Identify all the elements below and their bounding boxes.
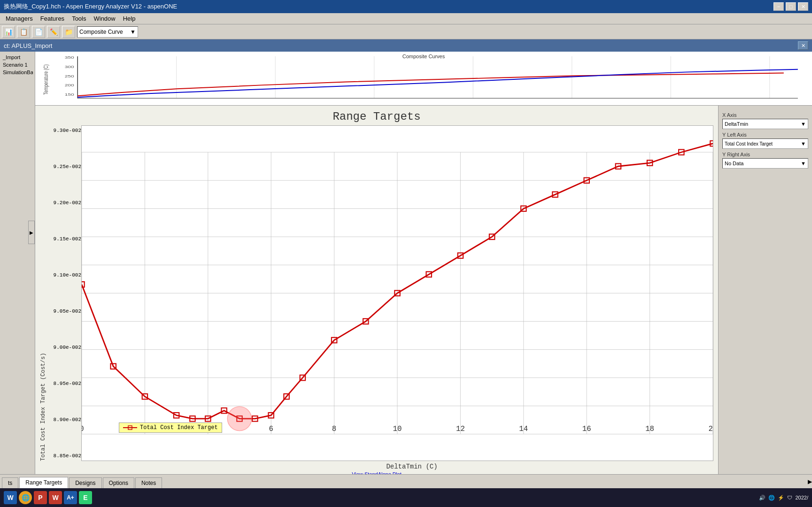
y-left-axis-panel-label: Y Left Axis [722,132,808,138]
y-tick-6: 9.00e-002 [48,345,81,350]
menu-window[interactable]: Window [90,14,119,23]
y-tick-5: 9.05e-002 [48,308,81,314]
y-tick-1: 9.25e-002 [48,164,81,169]
composite-chart-title: Composite Curves [402,54,445,59]
svg-point-63 [227,407,251,430]
project-close-button[interactable]: ✕ [798,41,808,50]
svg-text:250: 250 [65,74,74,78]
chart-area: Total Cost Index Target (Cost/s) 9.30e-0… [40,125,713,461]
svg-text:300: 300 [65,65,74,69]
tab-designs[interactable]: Designs [69,477,101,488]
window-title: 换热网络_Copy1.hch - Aspen Energy Analyzer V… [4,2,177,11]
y-right-axis-dropdown[interactable]: No Data ▼ [722,158,808,169]
view-standalone-link[interactable]: View StandAlone Plot [40,470,713,474]
taskbar-browser-icon[interactable]: 🌐 [19,491,32,504]
x-axis-dropdown[interactable]: DeltaTmin ▼ [722,119,808,129]
taskbar-word-icon[interactable]: W [4,491,17,504]
toolbar-btn-4[interactable]: ✏️ [47,26,60,38]
taskbar-system-icons: 🔊 [759,495,766,501]
view-dropdown-value: Composite Curve [79,29,123,35]
taskbar-time: 2022/ [795,495,808,500]
menu-managers[interactable]: Managers [2,14,37,23]
right-panel: X Axis DeltaTmin ▼ Y Left Axis Total Cos… [718,106,812,474]
legend-label: Total Cost Index Target [140,424,218,431]
svg-text:18: 18 [645,425,654,433]
y-tick-8: 8.90e-002 [48,417,81,422]
composite-chart-svg: Temperature (C) 350 300 250 200 150 [35,52,812,105]
dropdown-arrow-icon: ▼ [130,29,136,35]
main-area: _Import Scenario 1 SimulationBase( ▶ Com… [0,52,812,474]
svg-text:6: 6 [269,425,273,433]
x-axis-dropdown-value: DeltaTmin [725,121,748,127]
x-axis-panel-label: X Axis [722,112,808,118]
svg-text:12: 12 [456,425,465,433]
sidebar-item-import[interactable]: _Import [2,54,33,61]
y-tick-0: 9.30e-002 [48,128,81,133]
taskbar-battery-icon: ⚡ [778,495,784,501]
sidebar-item-simbase[interactable]: SimulationBase( [2,69,33,76]
tab-options[interactable]: Options [103,477,134,488]
y-tick-3: 9.15e-002 [48,236,81,242]
menu-bar: Managers Features Tools Window Help [0,13,812,24]
y-right-axis-dropdown-value: No Data [725,161,743,166]
y-tick-9: 8.85e-002 [48,453,81,459]
taskbar-word2-icon[interactable]: W [49,491,62,504]
tab-ts[interactable]: ts [2,477,18,488]
svg-text:14: 14 [519,425,528,433]
toolbar-btn-2[interactable]: 📋 [17,26,30,38]
window-controls: − □ ✕ [773,2,808,11]
y-tick-7: 8.95e-002 [48,381,81,386]
y-axis-label: Total Cost Index Target (Cost/s) [40,125,46,461]
composite-chart: Composite Curves Temperature (C) 350 300 [35,52,812,106]
chart-container: Range Targets Total Cost Index Target (C… [35,106,718,474]
y-left-axis-dropdown-value: Total Cost Index Target [725,141,773,146]
sidebar-item-scenario[interactable]: Scenario 1 [2,61,33,69]
taskbar-antivirus-icon: 🛡 [787,495,792,500]
x-axis-label: DeltaTmin (C) [110,463,713,470]
project-label: ct: APLUS_Import [4,42,52,49]
range-targets-svg: 0 2 4 6 8 10 12 14 16 18 20 [81,125,713,461]
y-tick-4: 9.10e-002 [48,272,81,278]
menu-features[interactable]: Features [37,14,68,23]
toolbar-btn-1[interactable]: 📊 [2,26,15,38]
svg-text:150: 150 [65,92,74,97]
tab-notes[interactable]: Notes [135,477,162,488]
tabs-scroll-right[interactable]: ▶ [808,478,812,485]
content-area: Composite Curves Temperature (C) 350 300 [35,52,812,474]
menu-tools[interactable]: Tools [68,14,90,23]
y-axis-ticks: 9.30e-002 9.25e-002 9.20e-002 9.15e-002 … [48,125,81,461]
svg-text:20: 20 [709,425,713,433]
svg-text:Temperature (C): Temperature (C) [42,64,49,95]
view-dropdown[interactable]: Composite Curve ▼ [77,26,138,38]
taskbar-aspen-icon[interactable]: A+ [64,491,77,504]
toolbar: 📊 📋 📄 ✏️ 📁 Composite Curve ▼ [0,24,812,39]
tabs-bar: ts Range Targets Designs Options Notes ▶ [0,474,812,488]
y-right-dropdown-arrow-icon: ▼ [801,161,806,166]
chart-title: Range Targets [40,110,713,123]
tab-range-targets[interactable]: Range Targets [19,477,68,488]
title-bar: 换热网络_Copy1.hch - Aspen Energy Analyzer V… [0,0,812,13]
sidebar: _Import Scenario 1 SimulationBase( ▶ [0,52,35,474]
taskbar: W 🌐 P W A+ E 🔊 🌐 ⚡ 🛡 2022/ [0,488,812,507]
svg-text:16: 16 [582,425,591,433]
svg-text:0: 0 [81,425,84,433]
legend-icon [123,424,137,431]
taskbar-ppt-icon[interactable]: P [34,491,47,504]
minimize-button[interactable]: − [773,2,784,11]
taskbar-excel-icon[interactable]: E [79,491,92,504]
chart-legend: Total Cost Index Target [119,422,222,433]
toolbar-btn-5[interactable]: 📁 [62,26,75,38]
range-targets-area: Range Targets Total Cost Index Target (C… [35,106,812,474]
svg-text:10: 10 [393,425,402,433]
svg-text:8: 8 [332,425,336,433]
maximize-button[interactable]: □ [786,2,796,11]
y-right-axis-panel-label: Y Right Axis [722,152,808,157]
y-left-axis-dropdown[interactable]: Total Cost Index Target ▼ [722,138,808,149]
chart-inner: 0 2 4 6 8 10 12 14 16 18 20 [81,125,713,461]
project-bar: ct: APLUS_Import ✕ [0,39,812,52]
menu-help[interactable]: Help [119,14,139,23]
sidebar-expand-button[interactable]: ▶ [28,221,35,244]
close-button[interactable]: ✕ [798,2,808,11]
toolbar-btn-3[interactable]: 📄 [32,26,45,38]
taskbar-right: 🔊 🌐 ⚡ 🛡 2022/ [759,495,808,501]
